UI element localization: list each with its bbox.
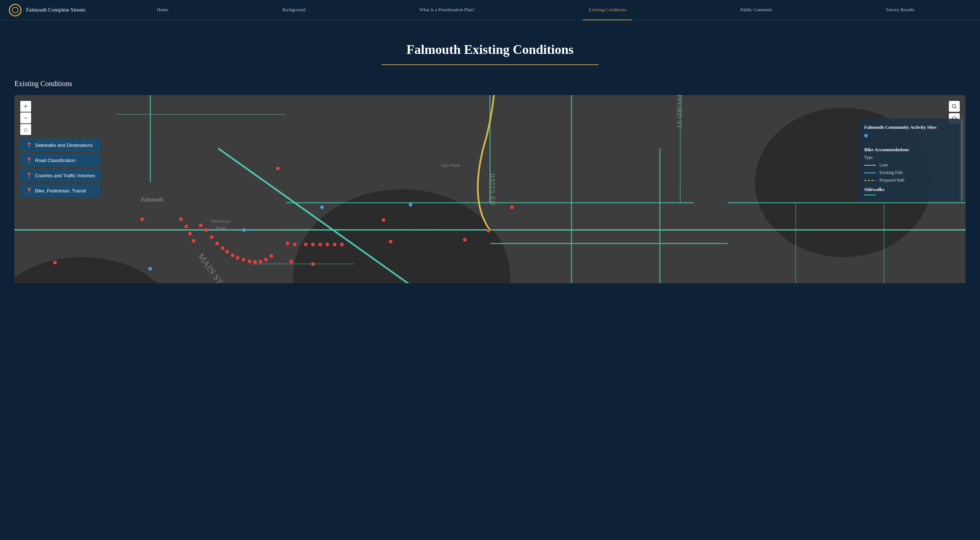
map-dot-red-30 — [140, 218, 144, 221]
map-dot-red-20 — [264, 258, 268, 262]
map-search-button[interactable] — [949, 101, 960, 112]
layer-road-class-button[interactable]: 📍 Road Classification — [20, 154, 101, 167]
map-dot-red-21 — [269, 254, 273, 258]
legend-type-label: Type — [864, 155, 954, 160]
map-dot-red-13 — [225, 250, 229, 254]
map-dot-red-19 — [259, 260, 262, 263]
legend-sidewalks-title: Sidewalks — [864, 187, 954, 192]
map-dot-red-24 — [304, 243, 307, 246]
legend-community-dot — [864, 134, 868, 137]
map-dot-red-7 — [192, 239, 195, 243]
map-zoom-out-button[interactable]: − — [20, 113, 31, 123]
nav-background[interactable]: Background — [277, 0, 312, 20]
legend-item-lane: Lane — [864, 162, 954, 168]
map-dot-blue-1 — [242, 228, 246, 232]
map-dot-red-27 — [326, 243, 329, 246]
map-dot-red-17 — [248, 260, 251, 263]
map-dot-red-32 — [311, 262, 315, 266]
map-dot-red-18 — [253, 260, 257, 264]
map-dot-red-37 — [487, 229, 490, 233]
map-container[interactable]: GIFFORD ST BATES RD MAIN ST Falmouth Shi… — [14, 95, 966, 283]
legend-panel: Falmouth Community Activity Sites Bike A… — [858, 119, 960, 201]
map-dot-red-15 — [236, 256, 239, 260]
layer-sidewalks-button[interactable]: 📍 Sidewalks and Destinations — [20, 138, 101, 152]
pin-icon-4: 📍 — [26, 188, 32, 194]
svg-text:GIFFORD ST: GIFFORD ST — [675, 95, 683, 129]
pin-icon-3: 📍 — [26, 173, 32, 178]
brand-logo-icon — [9, 4, 22, 17]
map-dot-red-29 — [340, 243, 344, 246]
map-dot-red-12 — [221, 246, 224, 250]
navbar: Falmouth Complete Streets Home Backgroun… — [0, 0, 980, 20]
legend-line-lane — [864, 165, 876, 166]
map-home-button[interactable]: ⌂ — [20, 124, 31, 135]
legend-sidewalk-line — [864, 195, 876, 195]
legend-item-existing-path: Existing Path — [864, 170, 954, 175]
map-dot-red-22 — [286, 241, 290, 245]
search-icon — [952, 104, 957, 109]
map-dot-red-34 — [389, 240, 393, 243]
brand-title: Falmouth Complete Streets — [26, 7, 85, 13]
map-dot-red-4 — [179, 218, 183, 221]
map-dot-red-16 — [242, 258, 245, 262]
section-heading: Existing Conditions — [14, 79, 966, 88]
map-dot-red-6 — [188, 232, 192, 235]
svg-point-1 — [12, 7, 18, 13]
layer-crashes-button[interactable]: 📍 Crashes and Traffic Volumes — [20, 169, 101, 182]
nav-survey-results[interactable]: Survey Results — [880, 0, 920, 20]
map-dot-red-11 — [215, 241, 219, 245]
map-dot-red-8 — [199, 224, 203, 227]
nav-existing-conditions[interactable]: Existing Conditions — [583, 0, 632, 20]
page-title: Falmouth Existing Conditions — [14, 42, 966, 57]
map-dot-red-26 — [318, 243, 322, 246]
map-dot-red-36 — [463, 238, 467, 241]
nav-public-comment[interactable]: Public Comment — [734, 0, 778, 20]
map-dot-red-28 — [333, 243, 336, 246]
map-dot-red-10 — [210, 235, 213, 239]
pin-icon-1: 📍 — [26, 142, 32, 148]
map-dot-blue-2 — [320, 205, 324, 209]
legend-line-proposed-path — [864, 180, 876, 181]
legend-scrollbar[interactable] — [961, 119, 963, 201]
map-dot-red-25 — [311, 243, 315, 246]
legend-line-existing-path — [864, 173, 876, 173]
map-dot-red-38 — [510, 205, 514, 209]
map-dot-blue-3 — [148, 267, 152, 270]
map-dot-red-3 — [276, 167, 280, 170]
map-streets-layer: GIFFORD ST BATES RD MAIN ST — [14, 95, 966, 283]
legend-community-sites-title: Falmouth Community Activity Sites — [864, 124, 954, 130]
map-dot-blue-4 — [409, 203, 412, 206]
brand: Falmouth Complete Streets — [9, 4, 85, 17]
map-dot-red-14 — [231, 254, 234, 257]
map-zoom-in-button[interactable]: + — [20, 101, 31, 112]
map-dot-red-9 — [204, 228, 208, 232]
map-dot-red-23 — [293, 243, 297, 246]
pin-icon-2: 📍 — [26, 157, 32, 163]
nav-what-is[interactable]: What is a Prioritization Plan? — [414, 0, 480, 20]
title-divider — [382, 64, 599, 65]
page-content: Falmouth Existing Conditions Existing Co… — [0, 20, 980, 298]
map-dot-red-35 — [53, 261, 57, 264]
nav-links: Home Background What is a Prioritization… — [100, 0, 971, 20]
map-dot-red-5 — [185, 225, 188, 228]
legend-item-proposed-path: Proposed Path — [864, 178, 954, 183]
map-controls: + − ⌂ — [20, 101, 31, 135]
layer-bike-ped-button[interactable]: 📍 Bike, Pedestrian, Transit — [20, 184, 101, 197]
svg-line-31 — [955, 107, 957, 109]
layer-panel: 📍 Sidewalks and Destinations 📍 Road Clas… — [20, 138, 101, 197]
nav-home[interactable]: Home — [151, 0, 174, 20]
map-dot-red-33 — [382, 218, 385, 222]
legend-bike-title: Bike Accommodations — [864, 147, 954, 152]
svg-text:BATES RD: BATES RD — [488, 173, 496, 205]
map-dot-red-31 — [290, 260, 293, 263]
svg-point-0 — [10, 4, 21, 16]
svg-point-30 — [953, 105, 956, 108]
